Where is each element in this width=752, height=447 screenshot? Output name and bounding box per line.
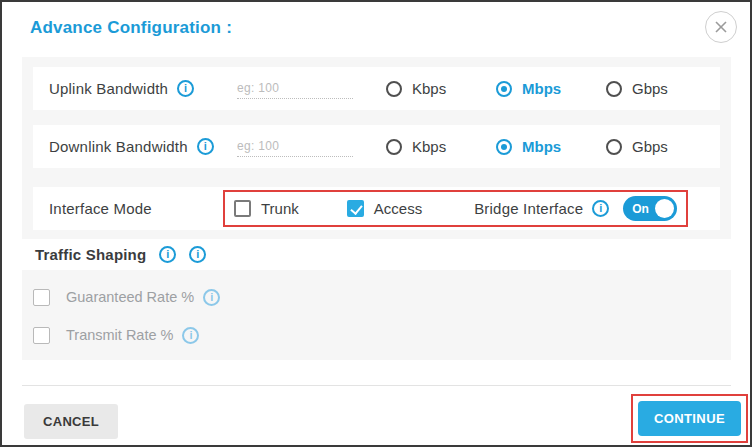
close-button[interactable] [705, 11, 737, 43]
radio-icon[interactable] [386, 81, 402, 97]
uplink-unit-mbps[interactable]: Mbps [496, 80, 606, 97]
radio-icon[interactable] [606, 139, 622, 155]
guaranteed-rate-option: Guaranteed Rate % [33, 283, 731, 311]
access-checkbox-option[interactable]: Access [347, 200, 422, 217]
downlink-unit-kbps[interactable]: Kbps [386, 138, 496, 155]
uplink-unit-mbps-label[interactable]: Mbps [522, 80, 561, 97]
uplink-bandwidth-input[interactable] [237, 78, 353, 99]
uplink-unit-gbps[interactable]: Gbps [606, 80, 668, 97]
form-panel: Uplink Bandwidth Kbps Mbps Gbps [22, 57, 731, 360]
advance-configuration-dialog: Advance Configuration : Uplink Bandwidth… [0, 0, 752, 447]
guaranteed-rate-label: Guaranteed Rate % [66, 289, 220, 306]
uplink-unit-kbps-label[interactable]: Kbps [412, 80, 446, 97]
checkbox-disabled-icon [33, 327, 50, 344]
interface-mode-label-wrap: Interface Mode [49, 200, 223, 217]
downlink-unit-gbps-label[interactable]: Gbps [632, 138, 668, 155]
info-icon[interactable] [159, 246, 176, 263]
uplink-unit-radio-group: Kbps Mbps Gbps [386, 80, 668, 97]
downlink-bandwidth-input[interactable] [237, 136, 353, 157]
radio-icon[interactable] [386, 139, 402, 155]
info-icon[interactable] [197, 138, 214, 155]
downlink-unit-mbps-label[interactable]: Mbps [522, 138, 561, 155]
traffic-shaping-label: Traffic Shaping [35, 246, 146, 263]
uplink-bandwidth-row: Uplink Bandwidth Kbps Mbps Gbps [33, 67, 720, 110]
downlink-bandwidth-row: Downlink Bandwidth Kbps Mbps Gbps [33, 125, 720, 168]
trunk-label[interactable]: Trunk [261, 200, 299, 217]
radio-selected-icon[interactable] [496, 139, 512, 155]
access-label[interactable]: Access [374, 200, 422, 217]
trunk-checkbox-option[interactable]: Trunk [234, 200, 299, 217]
uplink-bandwidth-label-wrap: Uplink Bandwidth [49, 80, 237, 97]
uplink-unit-gbps-label[interactable]: Gbps [632, 80, 668, 97]
close-icon [713, 19, 729, 35]
continue-button[interactable]: CONTINUE [638, 401, 741, 436]
transmit-rate-text: Transmit Rate % [66, 327, 173, 343]
info-icon[interactable] [592, 200, 609, 217]
checkbox-disabled-icon [33, 289, 50, 306]
uplink-bandwidth-label: Uplink Bandwidth [49, 80, 168, 97]
interface-mode-annotation-box: Trunk Access Bridge Interface On [223, 190, 688, 227]
downlink-unit-gbps[interactable]: Gbps [606, 138, 668, 155]
footer: CANCEL CONTINUE [2, 386, 750, 443]
checkbox-unchecked-icon[interactable] [234, 200, 251, 217]
bridge-interface-toggle[interactable]: On [623, 196, 677, 221]
downlink-bandwidth-label: Downlink Bandwidth [49, 138, 188, 155]
uplink-unit-kbps[interactable]: Kbps [386, 80, 496, 97]
toggle-knob[interactable] [655, 199, 674, 218]
checkbox-checked-icon[interactable] [347, 200, 364, 217]
traffic-shaping-heading: Traffic Shaping [22, 239, 731, 270]
radio-icon[interactable] [606, 81, 622, 97]
info-icon [182, 327, 199, 344]
continue-annotation-box: CONTINUE [631, 394, 748, 443]
info-icon[interactable] [177, 80, 194, 97]
interface-mode-label: Interface Mode [49, 200, 152, 217]
downlink-unit-mbps[interactable]: Mbps [496, 138, 606, 155]
dialog-title: Advance Configuration : [30, 18, 232, 37]
guaranteed-rate-text: Guaranteed Rate % [66, 289, 194, 305]
transmit-rate-label: Transmit Rate % [66, 327, 199, 344]
transmit-rate-option: Transmit Rate % [33, 321, 731, 349]
dialog-header: Advance Configuration : [2, 2, 750, 57]
radio-selected-icon[interactable] [496, 81, 512, 97]
downlink-unit-kbps-label[interactable]: Kbps [412, 138, 446, 155]
toggle-on-label: On [632, 202, 649, 216]
bridge-interface-wrap: Bridge Interface [474, 200, 609, 217]
downlink-unit-radio-group: Kbps Mbps Gbps [386, 138, 668, 155]
info-icon [203, 289, 220, 306]
bridge-interface-label: Bridge Interface [474, 200, 583, 217]
interface-mode-row: Interface Mode Trunk Access Bridge Inter… [33, 187, 720, 230]
info-icon[interactable] [189, 246, 206, 263]
downlink-bandwidth-label-wrap: Downlink Bandwidth [49, 138, 237, 155]
cancel-button[interactable]: CANCEL [24, 404, 118, 439]
